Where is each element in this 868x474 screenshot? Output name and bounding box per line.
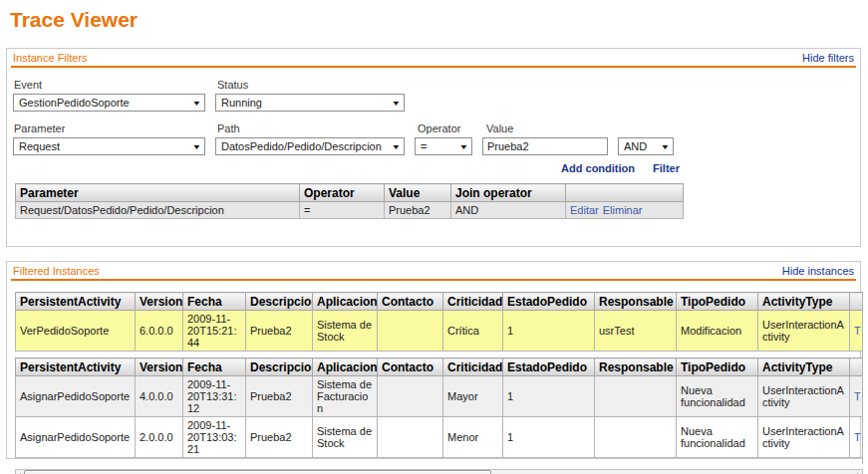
cell: 1	[503, 311, 595, 352]
cell: T	[850, 417, 864, 458]
instances-section-title: Filtered Instances	[13, 265, 100, 277]
cell	[378, 376, 443, 417]
trace-link[interactable]: T	[854, 325, 861, 337]
value-label: Value	[486, 122, 612, 134]
status-select[interactable]: Running ▼	[215, 94, 405, 112]
cell: 2.0.0.0	[136, 417, 183, 458]
column-header: Responsable	[595, 293, 677, 311]
cell: 2009-11-20T13:31:12	[183, 376, 246, 417]
conditions-header-row: ParameterOperatorValueJoin operator	[16, 184, 684, 202]
cell	[595, 417, 677, 458]
cell: Sistema de Stock	[313, 311, 378, 352]
column-header: Descripcion	[246, 293, 313, 311]
filters-form: Event Status GestionPedidoSoporte ▼ Runn…	[11, 68, 856, 174]
cell: usrTest	[595, 311, 677, 352]
cell: UserInteractionActivity	[758, 417, 850, 458]
cell: 4.0.0.0	[136, 376, 183, 417]
event-label: Event	[14, 79, 206, 91]
column-header: Descripcion	[246, 358, 313, 376]
instances-table-1: PersistentActivityVersionFechaDescripcio…	[15, 357, 863, 458]
column-header	[850, 293, 864, 311]
parameter-select-value: Request	[19, 140, 60, 152]
condition-row: Request/DatosPedido/Pedido/Descripcion=P…	[16, 202, 684, 219]
join-operator-value: AND	[624, 140, 647, 152]
column-header: EstadoPedido	[503, 293, 595, 311]
column-header: Parameter	[16, 184, 300, 202]
column-header: PersistentActivity	[16, 293, 136, 311]
hide-instances-link[interactable]: Hide instances	[782, 265, 854, 277]
cell: AsignarPedidoSoporte	[16, 417, 136, 458]
instance-row[interactable]: AsignarPedidoSoporte4.0.0.02009-11-20T13…	[16, 376, 864, 417]
column-header: Criticidad	[443, 358, 503, 376]
chevron-down-icon: ▼	[459, 143, 469, 150]
join-operator-select[interactable]: AND ▼	[618, 137, 674, 155]
cell: AND	[451, 202, 566, 219]
parameter-select[interactable]: Request ▼	[13, 137, 205, 155]
cell: Request/DatosPedido/Pedido/Descripcion	[16, 202, 300, 219]
event-select-value: GestionPedidoSoporte	[19, 97, 130, 109]
filters-section-title: Instance Filters	[13, 52, 88, 64]
operator-select-value: =	[421, 140, 427, 152]
actions-cell: EditarEliminar	[566, 202, 684, 219]
column-header: TipoPedido	[677, 293, 758, 311]
column-header	[566, 184, 684, 202]
trace-link[interactable]: T	[854, 431, 861, 443]
scrollbar-thumb[interactable]	[24, 470, 491, 474]
column-header: TipoPedido	[677, 358, 758, 376]
horizontal-scrollbar[interactable]	[15, 469, 863, 474]
column-header: Criticidad	[443, 293, 503, 311]
column-header: Aplicacion	[313, 358, 378, 376]
cell: Modificacion	[677, 311, 758, 352]
cell: Prueba2	[246, 311, 313, 352]
cell: 2009-11-20T15:21:44	[183, 311, 246, 352]
editar-link[interactable]: Editar	[570, 204, 599, 216]
cell: UserInteractionActivity	[758, 311, 850, 352]
column-header: ActivityType	[758, 293, 850, 311]
instances-header-row: PersistentActivityVersionFechaDescripcio…	[16, 293, 864, 311]
trace-link[interactable]: T	[854, 390, 861, 402]
chevron-down-icon: ▼	[192, 100, 202, 107]
chevron-down-icon: ▼	[392, 143, 402, 150]
conditions-table: ParameterOperatorValueJoin operator Requ…	[15, 183, 684, 219]
path-label: Path	[217, 122, 407, 134]
eliminar-link[interactable]: Eliminar	[603, 204, 643, 216]
column-header: Contacto	[378, 358, 443, 376]
column-header: Fecha	[183, 358, 246, 376]
cell: Nueva funcionalidad	[677, 376, 758, 417]
operator-select[interactable]: = ▼	[415, 137, 472, 155]
page-title: Trace Viewer	[10, 8, 868, 32]
instance-row[interactable]: AsignarPedidoSoporte2.0.0.02009-11-20T13…	[16, 417, 864, 458]
instance-row[interactable]: VerPedidoSoporte6.0.0.02009-11-20T15:21:…	[16, 311, 864, 352]
column-header: PersistentActivity	[16, 358, 136, 376]
cell: 2009-11-20T13:03:21	[183, 417, 246, 458]
status-label: Status	[217, 79, 407, 91]
cell: Mayor	[443, 376, 503, 417]
filter-link[interactable]: Filter	[653, 162, 680, 174]
cell: Sistema de Facturacion	[313, 376, 378, 417]
chevron-down-icon: ▼	[661, 143, 671, 150]
column-header	[850, 358, 864, 376]
cell: Nueva funcionalidad	[677, 417, 758, 458]
cell: Crítica	[443, 311, 503, 352]
column-header: Version	[136, 358, 183, 376]
instances-scroll-area: PersistentActivityVersionFechaDescripcio…	[15, 292, 863, 464]
instances-panel-header: Filtered Instances Hide instances	[11, 262, 856, 281]
chevron-down-icon: ▼	[192, 143, 202, 150]
column-header: Fecha	[183, 293, 246, 311]
cell: =	[300, 202, 385, 219]
event-select[interactable]: GestionPedidoSoporte ▼	[13, 94, 205, 112]
hide-filters-link[interactable]: Hide filters	[802, 52, 854, 64]
cell	[595, 376, 677, 417]
filtered-instances-panel: Filtered Instances Hide instances Persis…	[6, 261, 861, 459]
scrollbar-grip	[253, 471, 262, 474]
cell	[378, 417, 443, 458]
cell: 6.0.0.0	[136, 311, 183, 352]
cell: 1	[503, 376, 595, 417]
cell: T	[850, 311, 864, 352]
path-select[interactable]: DatosPedido/Pedido/Descripcion ▼	[215, 137, 405, 155]
value-input[interactable]	[482, 137, 608, 155]
path-select-value: DatosPedido/Pedido/Descripcion	[221, 140, 382, 152]
add-condition-link[interactable]: Add condition	[561, 162, 635, 174]
chevron-down-icon: ▼	[392, 100, 402, 107]
cell: AsignarPedidoSoporte	[16, 376, 136, 417]
